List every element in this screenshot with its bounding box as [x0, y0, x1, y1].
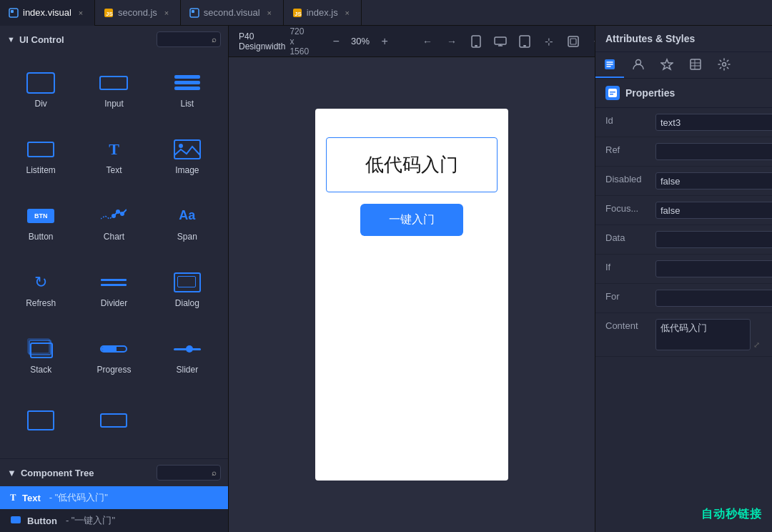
comp-tree-title: Component Tree [21, 468, 94, 478]
properties-list: Id Ref Disabled Focus... Data If [595, 108, 772, 532]
svg-rect-15 [475, 45, 477, 46]
control-image[interactable]: Image [152, 124, 222, 187]
tab-index-js[interactable]: JS index.js × [284, 0, 362, 26]
prop-ref-input[interactable] [655, 143, 772, 160]
slider-icon [174, 345, 201, 353]
prop-focus-input[interactable] [655, 202, 772, 219]
zoom-out-button[interactable]: − [329, 34, 343, 49]
ui-control-search-container: ⌕ [157, 31, 221, 47]
tab-settings[interactable] [710, 52, 738, 78]
cursor-icon-button[interactable]: ⊹ [539, 31, 559, 51]
prop-if-input[interactable] [655, 260, 772, 277]
left-panel: ▼ UI Control ⌕ Div Input [0, 26, 229, 532]
svg-text:JS: JS [106, 11, 113, 17]
control-input[interactable]: Input [79, 57, 149, 121]
prop-focus-label: Focus... [605, 202, 655, 214]
visual-icon [9, 8, 19, 18]
control-progress[interactable]: Progress [79, 324, 149, 388]
design-size: 720 x 1560 [290, 26, 309, 56]
text-component-icon: 𝐓 [10, 492, 16, 503]
tab-second-visual[interactable]: second.visual × [181, 0, 284, 26]
component-tree-items: 𝐓 Text - "低代码入门" Button - "一键入门" [0, 486, 228, 532]
tablet-icon-button[interactable] [515, 31, 535, 51]
settings-icon-button[interactable] [563, 31, 583, 51]
tab-bar: index.visual × JS second.js × second.vis… [0, 0, 772, 26]
comp-tree-text-value: - "低代码入门" [49, 491, 108, 504]
sun-icon-button[interactable]: ☀ [588, 31, 595, 51]
tab-close-icon[interactable]: × [76, 8, 86, 18]
prop-content-label: Content [605, 319, 655, 331]
control-progress-label: Progress [96, 365, 131, 375]
prop-focus: Focus... [595, 196, 772, 225]
text-icon: T [109, 140, 119, 159]
canvas-toolbar: P40 Designwidth 720 x 1560 − 30% + ← → [229, 26, 595, 57]
control-chart[interactable]: Chart [79, 190, 149, 254]
svg-rect-31 [608, 89, 617, 97]
prop-id-input[interactable] [655, 114, 772, 131]
tab-label: index.js [307, 7, 338, 18]
canvas-area[interactable]: 低代码入门 一键入门 [229, 57, 595, 532]
prop-for-input[interactable] [655, 290, 772, 307]
comp-tree-search-container: ⌕ [157, 465, 221, 481]
svg-rect-0 [9, 9, 18, 17]
button-icon: BTN [27, 209, 54, 223]
tab-star[interactable] [653, 52, 681, 78]
control-dialog-label: Dialog [175, 298, 199, 308]
control-refresh[interactable]: ↻ Refresh [6, 257, 76, 320]
control-span[interactable]: Aa Span [152, 190, 222, 254]
svg-rect-4 [190, 9, 199, 17]
chart-icon [101, 206, 127, 226]
mobile-icon-button[interactable] [466, 31, 486, 51]
tab-close-icon[interactable]: × [162, 8, 172, 18]
control-stack[interactable]: Stack [6, 324, 76, 388]
control-button[interactable]: BTN Button [6, 190, 76, 254]
prop-data-input[interactable] [655, 231, 772, 248]
comp-tree-item-text[interactable]: 𝐓 Text - "低代码入门" [0, 486, 228, 509]
search-icon-2: ⌕ [212, 468, 217, 477]
tab-index-visual[interactable]: index.visual × [0, 0, 95, 26]
redo-button[interactable]: → [442, 31, 462, 51]
js-icon: JS [292, 8, 302, 18]
control-dialog[interactable]: Dialog [152, 257, 222, 320]
zoom-in-button[interactable]: + [377, 34, 392, 49]
control-stack-label: Stack [30, 365, 51, 375]
right-panel-sub-header: Properties [595, 79, 772, 108]
canvas-info: P40 Designwidth 720 x 1560 [239, 26, 309, 56]
prop-disabled-input[interactable] [655, 172, 772, 189]
phone-button[interactable]: 一键入门 [360, 204, 463, 236]
properties-sub-title: Properties [625, 87, 675, 99]
control-list[interactable]: List [152, 57, 222, 121]
control-image-label: Image [175, 165, 199, 175]
comp-tree-button-value: - "一键入门" [66, 514, 115, 527]
search-icon: ⌕ [212, 35, 217, 44]
control-scroll1[interactable] [6, 390, 76, 454]
phone-text-box[interactable]: 低代码入门 [326, 137, 498, 192]
comp-tree-arrow[interactable]: ▼ [7, 468, 16, 478]
prop-disabled-label: Disabled [605, 172, 655, 184]
prop-content-input[interactable]: 低代码入门 [655, 319, 751, 350]
properties-icon [605, 86, 620, 100]
desktop-icon-button[interactable] [490, 31, 510, 51]
ui-control-title: UI Control [19, 34, 64, 45]
svg-point-11 [116, 210, 120, 214]
tab-close-icon[interactable]: × [342, 8, 352, 18]
control-listitem[interactable]: Listitem [6, 124, 76, 187]
control-text[interactable]: T Text [79, 124, 149, 187]
svg-rect-32 [610, 92, 615, 93]
prop-id-label: Id [605, 114, 655, 126]
tab-users[interactable] [624, 52, 653, 78]
expand-icon[interactable]: ⤢ [751, 339, 762, 350]
comp-tree-item-button[interactable]: Button - "一键入门" [0, 509, 228, 532]
tab-table[interactable] [681, 52, 710, 78]
undo-button[interactable]: ← [417, 31, 437, 51]
control-slider[interactable]: Slider [152, 324, 222, 388]
control-div[interactable]: Div [6, 57, 76, 121]
tab-properties[interactable] [595, 52, 624, 78]
control-scroll2[interactable] [79, 390, 149, 454]
tab-close-icon[interactable]: × [264, 8, 274, 18]
tab-second-js[interactable]: JS second.js × [95, 0, 181, 26]
prop-disabled: Disabled [595, 167, 772, 196]
control-divider[interactable]: Divider [79, 257, 149, 320]
input-icon [99, 76, 128, 90]
ui-control-arrow[interactable]: ▼ [7, 35, 15, 44]
